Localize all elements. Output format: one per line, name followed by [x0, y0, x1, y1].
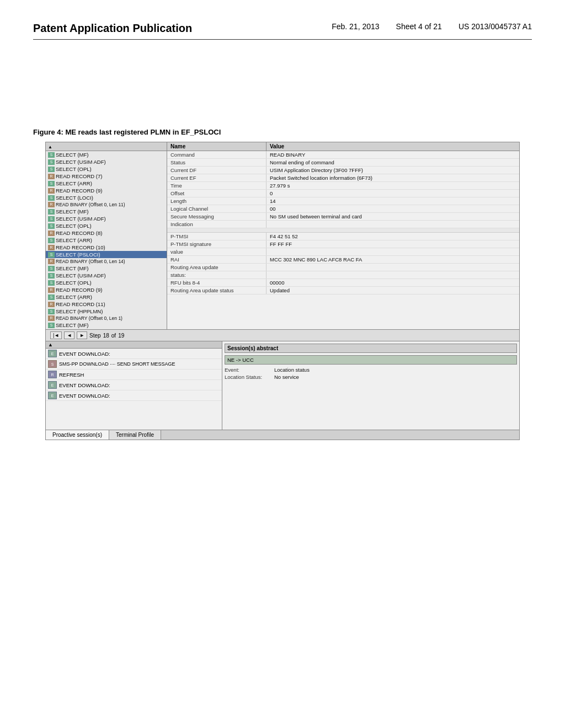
list-item[interactable]: S SELECT (OPL) [46, 279, 167, 286]
detail-row: status: [167, 271, 519, 279]
detail-row: Logical Channel 00 [167, 205, 519, 213]
top-panel: ▲ S SELECT (MF) S SELECT (USIM ADF) S SE… [46, 142, 519, 330]
list-item[interactable]: S SELECT (ARR) [46, 293, 167, 301]
detail-row: Secure Messaging No SM used between term… [167, 213, 519, 221]
detail-row: Length 14 [167, 197, 519, 205]
list-item[interactable]: R READ RECORD (8) [46, 229, 167, 237]
step-prev-button[interactable]: ◄ [64, 331, 74, 339]
events-panel-header: ▲ [46, 341, 222, 349]
detail-row: Indication [167, 221, 519, 228]
patent-title: Patent Application Publication [33, 22, 192, 35]
session-title: Session(s) abstract [225, 344, 517, 353]
detail-row: Routing Area update status Updated [167, 287, 519, 295]
command-list: ▲ S SELECT (MF) S SELECT (USIM ADF) S SE… [46, 142, 167, 329]
step-of-label: of [111, 333, 116, 339]
list-item[interactable]: S SELECT (USIM ADF) [46, 329, 167, 329]
page-header: Patent Application Publication Feb. 21, … [33, 22, 532, 40]
header-patent-number: US 2013/0045737 A1 [459, 22, 532, 31]
step-value: 18 [103, 333, 109, 339]
header-date: Feb. 21, 2013 [332, 22, 379, 31]
session-row: Event: Location status [225, 367, 517, 373]
list-item[interactable]: S SELECT (LOCI) [46, 194, 167, 201]
list-item[interactable]: S SELECT (MF) [46, 151, 167, 158]
event-item[interactable]: E EVENT DOWNLOAD: [46, 349, 222, 359]
event-download-icon-3: E [48, 392, 57, 399]
event-item[interactable]: E EVENT DOWNLOAD: [46, 390, 222, 401]
header-sheet: Sheet 4 of 21 [396, 22, 442, 31]
list-item[interactable]: R READ RECORD (10) [46, 244, 167, 251]
detail-row: Status Normal ending of command [167, 159, 519, 167]
page: Patent Application Publication Feb. 21, … [0, 0, 565, 728]
header-meta: Feb. 21, 2013 Sheet 4 of 21 US 2013/0045… [332, 22, 532, 31]
session-row: Location Status: No service [225, 374, 517, 380]
bottom-panels: ▲ E EVENT DOWNLOAD: S SMS-PP DOWNLOAD ··… [46, 341, 519, 430]
event-item[interactable]: E EVENT DOWNLOAD: [46, 380, 222, 390]
list-item[interactable]: S SELECT (OPL) [46, 222, 167, 229]
details-header: Name Value [167, 142, 519, 151]
list-item[interactable]: S SELECT (USIM ADF) [46, 215, 167, 222]
session-me-to: NE -> UCC [225, 355, 517, 365]
list-item[interactable]: R READ RECORD (9) [46, 187, 167, 194]
event-download-icon-2: E [48, 381, 57, 389]
list-item[interactable]: S SELECT (OPL) [46, 165, 167, 173]
step-first-button[interactable]: |◄ [50, 331, 62, 339]
list-item-selected[interactable]: S SELECT (PSLOCI) [46, 251, 167, 258]
events-panel: ▲ E EVENT DOWNLOAD: S SMS-PP DOWNLOAD ··… [46, 341, 222, 430]
event-item[interactable]: S SMS-PP DOWNLOAD ···· SEND SHORT MESSAG… [46, 359, 222, 370]
list-item[interactable]: S SELECT (MF) [46, 265, 167, 272]
figure-caption: Figure 4: ME reads last registered PLMN … [33, 128, 532, 136]
step-total: 19 [118, 333, 124, 339]
list-item[interactable]: S SELECT (USIM ADF) [46, 272, 167, 279]
details-panel: Name Value Command READ BINARY Status No… [167, 142, 519, 329]
list-item[interactable]: S SELECT (MF) [46, 322, 167, 329]
detail-row: P-TMSI F4 42 51 52 [167, 233, 519, 240]
detail-row: value [167, 248, 519, 256]
event-download-icon: E [48, 350, 57, 357]
list-item[interactable]: S SELECT (HPPLMN) [46, 308, 167, 315]
session-panel: Session(s) abstract NE -> UCC Event: Loc… [222, 341, 519, 430]
list-item[interactable]: S SELECT (MF) [46, 208, 167, 215]
list-item[interactable]: R READ BINARY (Offset 0, Len 1) [46, 315, 167, 322]
list-item[interactable]: R READ RECORD (9) [46, 286, 167, 293]
list-item[interactable]: R READ BINARY (Offset 0, Len 11) [46, 201, 167, 208]
location-value: No service [274, 374, 299, 380]
session-content: Event: Location status Location Status: … [225, 367, 517, 380]
event-value: Location status [274, 367, 310, 373]
tabs-bar: Proactive session(s) Terminal Profile [46, 430, 519, 440]
event-label: Event: [225, 367, 269, 373]
location-label: Location Status: [225, 374, 269, 380]
list-item[interactable]: R READ RECORD (11) [46, 301, 167, 308]
command-list-header: ▲ [46, 142, 167, 151]
step-bar: |◄ ◄ ► Step 18 of 19 [46, 330, 519, 341]
details-value-header: Value [266, 142, 519, 151]
header-right: Feb. 21, 2013 Sheet 4 of 21 US 2013/0045… [332, 22, 532, 31]
detail-row: RFU bits 8-4 00000 [167, 279, 519, 287]
step-label: Step [89, 333, 101, 339]
detail-row: Offset 0 [167, 190, 519, 197]
list-item[interactable]: R READ RECORD (7) [46, 173, 167, 180]
section-divider [167, 228, 519, 233]
list-item[interactable]: S SELECT (USIM ADF) [46, 158, 167, 165]
detail-row: Time 27.979 s [167, 182, 519, 190]
detail-row: Command READ BINARY [167, 151, 519, 159]
event-item[interactable]: R REFRESH [46, 370, 222, 380]
step-next-button[interactable]: ► [77, 331, 87, 339]
tab-terminal-profile[interactable]: Terminal Profile [109, 430, 161, 440]
detail-row: RAI MCC 302 MNC 890 LAC AFC8 RAC FA [167, 256, 519, 264]
detail-row: P-TMSI signature FF FF FF [167, 240, 519, 248]
refresh-icon: R [48, 371, 57, 378]
details-name-header: Name [167, 142, 266, 151]
detail-row: Current DF USIM Application Directory (3… [167, 167, 519, 174]
bottom-area: |◄ ◄ ► Step 18 of 19 ▲ E EVENT DOWN [46, 330, 519, 440]
sms-icon: S [48, 360, 57, 368]
detail-row: Routing Area update [167, 264, 519, 271]
list-item[interactable]: S SELECT (ARR) [46, 180, 167, 187]
figure-section: Figure 4: ME reads last registered PLMN … [33, 128, 532, 440]
header-left: Patent Application Publication [33, 22, 192, 35]
detail-row: Current EF Packet Switched location info… [167, 174, 519, 182]
list-item[interactable]: S SELECT (ARR) [46, 237, 167, 244]
figure-container: ▲ S SELECT (MF) S SELECT (USIM ADF) S SE… [45, 142, 520, 440]
list-item[interactable]: R READ BINARY (Offset 0, Len 14) [46, 258, 167, 265]
tab-proactive-sessions[interactable]: Proactive session(s) [46, 430, 109, 440]
